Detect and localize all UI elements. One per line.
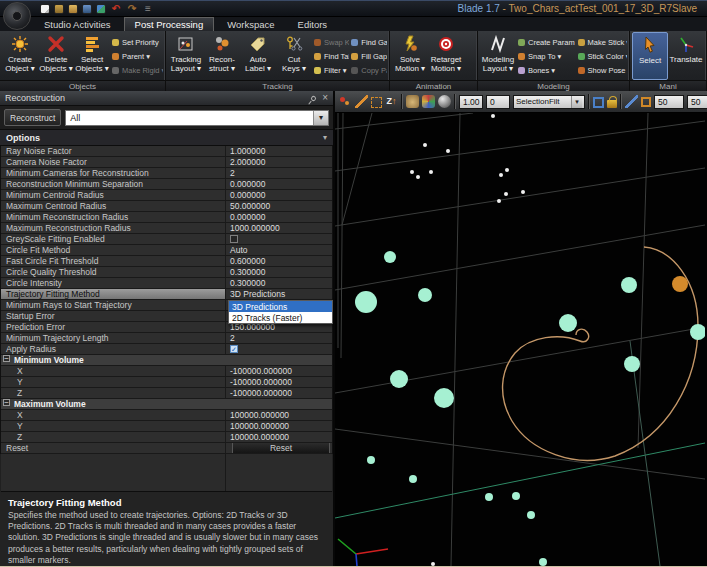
redo-icon[interactable]: ↷ [126,3,138,15]
reconstruct-button-ribbon[interactable]: Recon-struct ▾ [204,32,240,80]
orange-box-icon[interactable] [641,97,651,107]
create-param-button[interactable]: Create Param ▾ [518,36,576,49]
property-row-reset[interactable]: ResetReset [1,443,332,454]
open-folder-icon[interactable] [54,4,64,14]
property-row-apply-radius[interactable]: Apply Radius✓ [1,344,332,355]
property-row-maximum-centroid-radius[interactable]: Maximum Centroid Radius50.000000 [1,201,332,212]
marker-white[interactable] [491,114,495,118]
close-panel-icon[interactable]: × [322,93,328,103]
pan-hand-icon[interactable] [406,95,419,108]
section-header-minimum-volume[interactable]: −Minimum Volume [1,355,332,366]
property-value[interactable]: Auto [226,245,332,255]
property-row-circle-fit-method[interactable]: Circle Fit MethodAuto [1,245,332,256]
parent-button[interactable]: Parent ▾ [112,50,163,63]
create-object-button[interactable]: CreateObject ▾ [2,32,38,80]
property-value[interactable]: 50.000000 [226,201,332,211]
property-row-maximum-reconstruction-radius[interactable]: Maximum Reconstruction Radius1000.000000 [1,223,332,234]
marker-white[interactable] [410,170,414,174]
property-value[interactable]: 1.000000 [226,146,332,156]
undo-icon[interactable]: ↶ [110,3,122,15]
property-value[interactable]: 0.600000 [226,256,332,266]
chevron-down-icon[interactable]: ▾ [571,96,582,108]
marker-cyan[interactable] [621,277,637,293]
marker-cyan[interactable] [485,493,493,501]
marker-white[interactable] [431,562,435,566]
trajectory-spiral-curve[interactable] [503,247,698,460]
property-value[interactable]: 100000.000000 [226,410,332,420]
property-value[interactable]: Reset [226,443,332,453]
collapse-options-icon[interactable]: ▾ [323,133,327,142]
blue-pen-icon[interactable] [625,95,638,108]
filter-button[interactable]: Filter ▾ [314,64,349,77]
property-row-trajectory-fitting-method[interactable]: Trajectory Fitting Method3D Predictions [1,289,332,300]
marker-white[interactable] [446,149,450,153]
solve-motion-button[interactable]: SolveMotion ▾ [392,32,428,80]
property-value[interactable]: -100000.000000 [226,366,332,376]
property-value[interactable]: 2.000000 [226,157,332,167]
bones-button[interactable]: Bones ▾ [518,64,576,77]
recent-folder-icon[interactable] [68,4,78,14]
property-row-fast-circle-fit-threshold[interactable]: Fast Circle Fit Threshold0.600000 [1,256,332,267]
application-menu-button[interactable] [3,2,31,30]
property-row-y[interactable]: Y-100000.000000 [1,377,332,388]
marker-cyan[interactable] [512,492,520,500]
select-objects-button[interactable]: SelectObjects ▾ [74,32,110,80]
property-value[interactable]: 3D Predictions [226,289,332,299]
tab-workspace[interactable]: Workspace [217,18,284,31]
property-value[interactable]: ✓ [226,344,332,354]
marker-display-icon[interactable] [339,95,352,108]
export-image-icon[interactable] [96,4,106,14]
save-icon[interactable] [82,4,92,14]
tab-post-processing[interactable]: Post Processing [124,17,215,31]
marker-white[interactable] [429,170,433,174]
scale-field[interactable]: 1.00 [459,95,483,109]
checkbox-unchecked[interactable] [230,235,238,243]
set-priority-button[interactable]: Set Priority [112,36,163,49]
tab-studio-activities[interactable]: Studio Activities [34,18,121,31]
cut-keys-button[interactable]: CutKeys ▾ [276,32,312,80]
property-value[interactable]: 100000.000000 [226,432,332,442]
collapse-icon[interactable]: − [3,399,10,406]
property-value[interactable]: 2 [226,333,332,343]
retarget-motion-button[interactable]: RetargetMotion ▾ [428,32,464,80]
property-row-x[interactable]: X100000.000000 [1,410,332,421]
marker-white[interactable] [505,168,509,172]
zoom-select-icon[interactable] [593,97,604,108]
delete-objects-button[interactable]: DeleteObjects ▾ [38,32,74,80]
select-tool-button[interactable]: Select [632,32,668,80]
reset-button[interactable]: Reset [232,443,330,453]
property-row-minimum-trajectory-length[interactable]: Minimum Trajectory Length2 [1,333,332,344]
marker-cyan[interactable] [418,288,432,302]
viewport-canvas[interactable] [335,113,707,566]
tab-editors[interactable]: Editors [288,18,338,31]
show-pose-button[interactable]: Show Pose ▾ [578,64,627,77]
options-section-header[interactable]: Options ▾ [0,130,333,146]
marker-cyan[interactable] [384,251,396,263]
reconstruct-target-select[interactable]: All ▾ [65,110,329,126]
section-header-maximum-volume[interactable]: −Maximum Volume [1,399,332,410]
property-value[interactable]: -100000.000000 [226,388,332,398]
more-commands-icon[interactable]: ≡ [142,3,154,15]
property-value[interactable] [226,234,332,244]
property-value[interactable]: 2 [226,168,332,178]
property-row-y[interactable]: Y100000.000000 [1,421,332,432]
lock-icon[interactable] [607,100,617,108]
property-row-ray-noise-factor[interactable]: Ray Noise Factor1.000000 [1,146,332,157]
fill-gaps-button[interactable]: Fill Gaps ▾ [351,50,387,63]
chevron-down-icon[interactable]: ▾ [313,111,328,125]
marker-cyan[interactable] [367,456,375,464]
marker-white[interactable] [499,173,503,177]
property-row-z[interactable]: Z100000.000000 [1,432,332,443]
marker-white[interactable] [497,199,501,203]
property-value[interactable]: 1000.000000 [226,223,332,233]
find-tail-button[interactable]: Find Tail ▾ [314,50,349,63]
marker-cyan[interactable] [559,314,577,332]
property-value[interactable]: 0.000000 [226,179,332,189]
find-gap-button[interactable]: Find Gap ▾ [351,36,387,49]
property-row-z[interactable]: Z-100000.000000 [1,388,332,399]
marker-cyan[interactable] [690,324,705,340]
new-file-icon[interactable] [40,4,50,14]
auto-label-button[interactable]: AutoLabel ▾ [240,32,276,80]
property-row-circle-quality-threshold[interactable]: Circle Quality Threshold0.300000 [1,267,332,278]
selection-filter-select[interactable]: SelectionFilt ▾ [513,95,585,109]
